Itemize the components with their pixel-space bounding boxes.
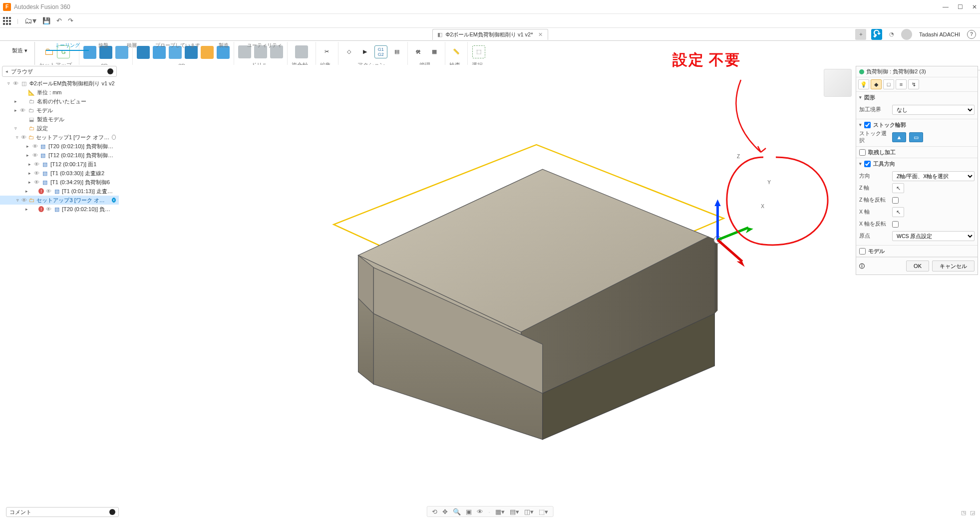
viewport-canvas[interactable]: Z Y X 設定 不要 — [119, 65, 856, 507]
new-tab-button[interactable]: ＋ — [855, 29, 866, 40]
undo-icon[interactable]: ↶ — [56, 17, 62, 24]
section-rest-header[interactable]: 取残し加工 — [856, 147, 978, 158]
visibility-icon[interactable]: 👁 — [20, 107, 25, 113]
tree-row[interactable]: ▸👁🗀モデル — [0, 106, 119, 115]
tree-twisty-icon[interactable]: ▸ — [13, 99, 18, 104]
tree-twisty-icon[interactable]: ▸ — [27, 162, 32, 167]
orient-x-pick-icon[interactable]: ↖ — [892, 207, 904, 217]
comment-bar[interactable]: コメント — [6, 507, 119, 517]
save-icon[interactable]: 💾 — [42, 17, 50, 24]
tree-row[interactable]: ▸👁▧[T20 (0:02:10)] 負荷制御2 (… — [0, 142, 119, 151]
props-tab-passes[interactable]: ≡ — [896, 79, 907, 89]
extensions-button[interactable] — [871, 29, 882, 40]
nav-display-icon[interactable]: ▦▾ — [495, 508, 505, 516]
tree-row[interactable]: 📐単位 : mm — [0, 88, 119, 97]
app-grid-icon[interactable] — [3, 17, 11, 25]
ribbon-tab-utilities[interactable]: ユーティリティ — [238, 41, 291, 51]
info-icon[interactable]: ⓘ — [859, 262, 865, 270]
visibility-icon[interactable]: 👁 — [32, 143, 38, 149]
visibility-icon[interactable]: 👁 — [32, 152, 38, 158]
visibility-icon[interactable]: 👁 — [46, 188, 51, 194]
manage-lib-icon[interactable]: ▦ — [428, 45, 441, 58]
section-shape-header[interactable]: ▾図形 — [856, 92, 978, 103]
tree-row[interactable]: ▸👁▧[T1 (0:34:29)] 負荷制御6 — [0, 178, 119, 187]
tree-twisty-icon[interactable]: ▿ — [6, 81, 11, 86]
tree-row[interactable]: ▸👁▧[T12 (0:00:17)] 面1 — [0, 160, 119, 169]
model-check[interactable] — [859, 248, 866, 255]
action-sheet-icon[interactable]: ▤ — [390, 45, 403, 58]
document-tab[interactable]: ◧ Φ2ボールEM負荷制御粗削り v1 v2* ✕ — [432, 29, 548, 40]
nav-effects-icon[interactable]: ⬚▾ — [539, 508, 548, 516]
tree-twisty-icon[interactable]: ▸ — [25, 153, 30, 158]
user-name[interactable]: Tadashi ADACHI — [919, 31, 960, 37]
file-menu-icon[interactable]: 🗂▾ — [24, 16, 36, 25]
nav-pan-icon[interactable]: ✥ — [442, 508, 448, 516]
notifications-icon[interactable]: ◔ — [889, 31, 894, 37]
tree-twisty-icon[interactable]: ▸ — [24, 207, 29, 212]
tree-row[interactable]: ▸!👁▧[T1 (0:01:13)] 走査線2… — [0, 187, 119, 196]
stock-contour-check[interactable] — [864, 122, 871, 128]
action-post-icon[interactable]: G1G2 — [374, 45, 387, 58]
section-orient-header[interactable]: ▾工具方向 — [856, 158, 978, 169]
ribbon-tab-fabrication[interactable]: 製造 — [210, 41, 238, 51]
browser-pin-icon[interactable] — [107, 68, 113, 74]
tree-twisty-icon[interactable]: ▸ — [25, 144, 30, 149]
comment-pin-icon[interactable] — [109, 509, 115, 515]
orient-dir-select[interactable]: Z軸/平面、X軸を選択 — [892, 171, 975, 181]
boundary-select[interactable]: なし — [892, 105, 975, 115]
ribbon-tab-probing[interactable]: プローブしています — [146, 41, 209, 51]
ok-button[interactable]: OK — [906, 260, 929, 271]
tree-twisty-icon[interactable]: ▿ — [13, 126, 18, 131]
nav-fit-icon[interactable]: ▣ — [466, 508, 472, 516]
select-icon[interactable]: ⬚ — [472, 45, 485, 58]
inspect-measure-icon[interactable]: 📏 — [450, 45, 463, 58]
section-stock-header[interactable]: ▾ストック輪郭 — [856, 119, 978, 130]
corner-cube-2-icon[interactable]: ◲ — [970, 510, 975, 516]
tree-twisty-icon[interactable]: ▸ — [27, 180, 32, 185]
visibility-icon[interactable]: 👁 — [21, 197, 27, 203]
tree-row[interactable]: ▸👁▧[T12 (0:02:18)] 負荷制御2 (… — [0, 151, 119, 160]
props-tab-linking[interactable]: ↯ — [908, 79, 919, 89]
rest-check[interactable] — [859, 149, 866, 156]
tab-close-icon[interactable]: ✕ — [538, 31, 543, 38]
help-icon[interactable]: ? — [967, 30, 976, 39]
stock-select-box-icon[interactable]: ▭ — [909, 132, 923, 142]
tree-twisty-icon[interactable]: ▿ — [16, 198, 20, 203]
nav-zoom-icon[interactable]: 🔍 — [453, 508, 461, 516]
corner-cube-1-icon[interactable]: ◳ — [961, 510, 966, 516]
tree-twisty-icon[interactable]: ▸ — [24, 189, 29, 194]
manage-tool-icon[interactable]: 🛠 — [412, 45, 425, 58]
tree-row[interactable]: ▸!👁▧[T20 (0:02:10)] 負荷制… — [0, 205, 119, 214]
visibility-icon[interactable]: 👁 — [46, 206, 51, 212]
section-model-header[interactable]: モデル — [856, 246, 978, 257]
ribbon-tab-turning[interactable]: 旋盤 — [89, 41, 117, 51]
tree-row[interactable]: ▿👁🗀セットアップ3 [ワーク オフセット =… — [0, 196, 119, 205]
multiaxis-icon[interactable] — [295, 45, 308, 58]
active-setup-radio[interactable] — [112, 135, 116, 140]
window-maximize-icon[interactable]: ☐ — [958, 3, 963, 10]
visibility-icon[interactable]: 👁 — [21, 134, 26, 140]
orient-xflip-check[interactable] — [892, 221, 899, 228]
stock-select-pointer-icon[interactable]: ▲ — [892, 132, 906, 142]
viewcube[interactable] — [824, 69, 852, 97]
props-tab-tool[interactable]: 💡 — [858, 79, 869, 89]
props-tab-heights[interactable]: □ — [883, 79, 894, 89]
edit-cut-icon[interactable]: ✂ — [321, 45, 333, 58]
user-avatar[interactable] — [901, 29, 912, 40]
action-simulate-icon[interactable]: ▶ — [358, 45, 371, 58]
tree-row[interactable]: ▸🗀名前の付いたビュー — [0, 97, 119, 106]
nav-viewports-icon[interactable]: ◫▾ — [524, 508, 534, 516]
action-generate-icon[interactable]: ◇ — [342, 45, 355, 58]
tree-row[interactable]: ⬓製造モデル — [0, 115, 119, 124]
visibility-icon[interactable]: 👁 — [13, 80, 18, 86]
orient-z-pick-icon[interactable]: ↖ — [892, 183, 904, 193]
active-setup-radio[interactable] — [112, 198, 116, 203]
workspace-selector[interactable]: 製造 ▾ — [9, 42, 30, 54]
tree-row[interactable]: ▿👁◫Φ2ボールEM負荷制御粗削り v1 v2 — [0, 79, 119, 88]
visibility-icon[interactable]: 👁 — [34, 161, 39, 167]
tree-twisty-icon[interactable]: ▸ — [27, 171, 32, 176]
orient-check[interactable] — [864, 161, 871, 167]
nav-grid-icon[interactable]: ▤▾ — [510, 508, 519, 516]
nav-orbit-icon[interactable]: ⟲ — [432, 508, 437, 516]
browser-header[interactable]: ◂ ブラウザ — [2, 66, 117, 77]
